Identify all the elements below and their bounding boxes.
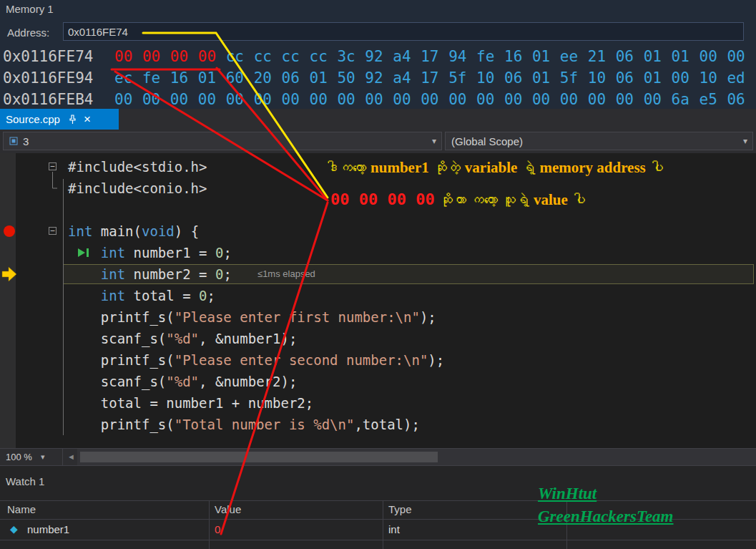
memory-row[interactable]: 0x0116FEB400 00 00 00 00 00 00 00 00 00 … [0,89,756,109]
tab-source-cpp[interactable]: Source.cpp × [0,109,119,130]
code-text: scanf_s("%d", &number1); [68,328,297,349]
memory-bytes: 00 00 00 00 cc cc cc cc 3c 92 a4 17 94 f… [114,48,745,65]
perf-tip: ≤1ms elapsed [257,263,315,285]
chevron-down-icon: ▾ [432,136,436,146]
code-line[interactable]: total = number1 + number2; [0,392,756,414]
memory-address: 0x0116FE94 [0,67,114,89]
memory-bytes: 00 00 00 00 00 00 00 00 00 00 00 00 00 0… [114,91,745,108]
memory-panel: Memory 1 Address: 0x0116FE7400 00 00 00 … [0,0,756,109]
code-line[interactable]: printf_s("Total number is %d\n",total); [0,414,756,435]
memory-panel-title: Memory 1 [6,3,54,15]
scope-dropdown-value: (Global Scope) [451,135,523,147]
zoom-control[interactable]: 100 % ▾ [0,449,63,465]
memory-address: 0x0116FE74 [0,46,114,67]
code-text: printf_s("Total number is %d\n",total); [68,414,420,435]
code-line[interactable]: scanf_s("%d", &number1); [0,328,756,349]
close-icon[interactable]: × [84,113,91,125]
code-text: printf_s("Please enter first number:\n")… [68,306,436,328]
column-header-type[interactable]: Type [388,503,412,515]
fold-collapse-icon[interactable]: − [49,227,57,235]
code-line[interactable]: printf_s("Please enter second number:\n"… [0,349,756,371]
code-line[interactable]: int number1 = 0; [0,242,756,263]
editor-bottom-bar: 100 % ▾ ◄ [0,448,756,465]
document-icon [9,137,18,145]
memory-row[interactable]: 0x0116FE94ec fe 16 01 60 20 06 01 50 92 … [0,67,756,89]
watch-panel-title: Watch 1 [6,475,44,487]
code-text: int total = 0; [68,285,215,306]
scrollbar-thumb[interactable] [80,452,438,462]
types-dropdown-value: 3 [23,135,29,147]
memory-rows: 0x0116FE7400 00 00 00 cc cc cc cc 3c 92 … [0,46,756,109]
annotation-value: 00 00 00 00 ဆိုတာ ကတော့ သူရဲ့ value ပါ [330,190,586,209]
document-tab-bar: Source.cpp × [0,109,756,130]
watermark-line2: GreenHackersTeam [538,505,674,528]
column-header-value[interactable]: Value [215,503,241,515]
code-text: int number1 = 0; [68,242,232,263]
code-line[interactable]: scanf_s("%d", &number2); [0,371,756,392]
highlighted-bytes: 00 00 00 00 [114,48,226,65]
code-line[interactable]: printf_s("Please enter first number:\n")… [0,306,756,328]
watermark: WinHtut GreenHackersTeam [538,482,674,528]
scope-dropdown[interactable]: (Global Scope) ▾ [445,132,753,150]
tab-title: Source.cpp [6,113,60,125]
horizontal-scrollbar[interactable] [77,449,756,465]
code-line[interactable]: int number2 = 0;≤1ms elapsed [0,263,756,285]
code-text: printf_s("Please enter second number:\n"… [68,349,444,371]
memory-bytes: ec fe 16 01 60 20 06 01 50 92 a4 17 5f 1… [114,69,745,87]
pin-icon[interactable] [69,115,77,125]
navigation-bar: 3 ▾ (Global Scope) ▾ [0,130,756,153]
memory-row[interactable]: 0x0116FE7400 00 00 00 cc cc cc cc 3c 92 … [0,46,756,67]
zoom-value: 100 % [6,452,32,462]
code-text: scanf_s("%d", &number2); [68,371,297,392]
code-line[interactable]: −int main(void) { [0,220,756,242]
scroll-left-icon[interactable]: ◄ [67,452,75,461]
annotation-memory-address: ဒါကတော့ number1 ဆိုတဲ့ variable ရဲ့ memo… [325,159,664,177]
code-text: int number2 = 0; [68,263,232,285]
code-text: #include<stdio.h> [68,156,207,178]
fold-collapse-icon[interactable]: − [49,162,57,170]
watch-value: 0 [215,523,220,535]
code-text: total = number1 + number2; [68,392,313,414]
chevron-down-icon: ▾ [743,136,747,146]
column-header-name[interactable]: Name [7,503,36,515]
address-input[interactable] [63,22,744,41]
watch-type: int [388,523,400,535]
code-line[interactable]: int total = 0; [0,285,756,306]
variable-icon: ◆ [10,523,18,535]
chevron-down-icon: ▾ [41,452,45,462]
types-dropdown[interactable]: 3 ▾ [3,132,442,150]
watermark-line1: WinHtut [538,482,674,505]
memory-address: 0x0116FEB4 [0,89,114,109]
address-label: Address: [7,26,49,39]
visual-studio-window: Memory 1 Address: 0x0116FE7400 00 00 00 … [0,0,756,549]
watch-name: number1 [27,523,69,535]
code-text: #include<conio.h> [68,178,207,199]
code-text: int main(void) { [68,220,199,242]
